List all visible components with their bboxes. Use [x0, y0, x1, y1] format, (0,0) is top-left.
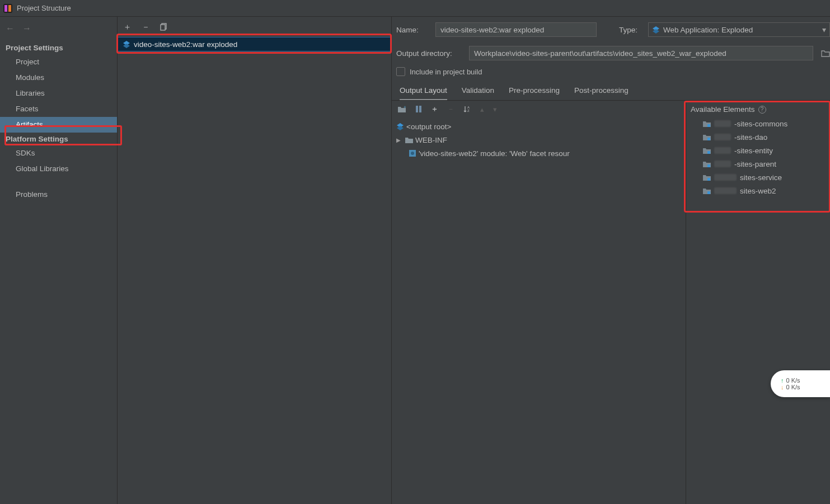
netspeed-down: 0 K/s: [781, 384, 830, 390]
available-item-label: -sites-dao: [734, 133, 767, 142]
app-icon: [3, 4, 12, 13]
available-item[interactable]: -sites-entity: [690, 144, 827, 157]
window-title: Project Structure: [17, 4, 71, 12]
tree-root[interactable]: <output root>: [394, 120, 683, 133]
up-icon: ▴: [480, 105, 484, 114]
copy-icon[interactable]: [160, 23, 168, 31]
available-item-label: sites-service: [740, 173, 782, 182]
output-tree[interactable]: <output root> ▶ WEB-INF ': [392, 117, 686, 162]
sidebar-item-artifacts[interactable]: Artifacts: [0, 117, 117, 133]
facet-icon: [409, 149, 416, 157]
tab-output-layout[interactable]: Output Layout: [400, 83, 447, 100]
layout-toolbar: + ＋ － AZ ▴ ▾: [392, 101, 686, 117]
nav-forward-icon[interactable]: →: [22, 23, 31, 34]
type-value: Web Application: Exploded: [663, 26, 753, 34]
svg-rect-21: [707, 164, 710, 167]
section-project-settings: Project Settings: [0, 41, 117, 54]
available-item-label: -sites-parent: [734, 160, 776, 168]
name-label: Name:: [396, 26, 430, 34]
obscured-text: [714, 161, 731, 167]
sidebar-item-libraries[interactable]: Libraries: [0, 86, 117, 101]
section-platform-settings: Platform Settings: [0, 133, 117, 145]
tree-facet-resource[interactable]: 'video-sites-web2' module: 'Web' facet r…: [394, 147, 683, 160]
module-icon: [703, 134, 711, 140]
help-icon[interactable]: ?: [758, 106, 766, 114]
sidebar-item-facets[interactable]: Facets: [0, 101, 117, 117]
available-item[interactable]: sites-web2: [690, 184, 827, 197]
available-item-label: sites-web2: [740, 187, 776, 195]
module-icon: [703, 147, 711, 154]
svg-text:Z: Z: [467, 109, 470, 112]
svg-rect-1: [4, 5, 7, 12]
new-archive-icon[interactable]: [415, 105, 422, 113]
svg-text:+: +: [404, 105, 406, 110]
tree-facet-label: 'video-sites-web2' module: 'Web' facet r…: [419, 149, 570, 158]
available-elements-panel: Available Elements ? -sites-commons -sit…: [686, 101, 830, 504]
type-label: Type:: [619, 26, 643, 34]
editor-column: Name: Type: Web Application: Exploded ▾ …: [392, 17, 830, 504]
new-folder-icon[interactable]: +: [397, 105, 406, 113]
include-build-label: Include in project build: [410, 68, 482, 76]
artifact-label: video-sites-web2:war exploded: [134, 40, 237, 49]
tree-webinf[interactable]: ▶ WEB-INF: [394, 133, 683, 147]
tab-validation[interactable]: Validation: [462, 83, 494, 100]
type-select[interactable]: Web Application: Exploded ▾: [648, 22, 830, 37]
netspeed-up: 0 K/s: [781, 377, 830, 384]
chevron-down-icon: ▾: [822, 25, 826, 34]
available-item-label: -sites-commons: [734, 120, 787, 128]
svg-marker-6: [123, 44, 130, 48]
svg-rect-23: [707, 191, 710, 194]
browse-icon[interactable]: [821, 49, 830, 57]
svg-rect-2: [8, 5, 11, 12]
module-icon: [703, 120, 711, 127]
remove-item-icon: －: [447, 104, 454, 114]
sidebar-item-sdks[interactable]: SDKs: [0, 145, 117, 161]
nav-back-icon[interactable]: ←: [6, 23, 15, 34]
module-icon: [703, 187, 711, 194]
available-item-label: -sites-entity: [734, 147, 773, 155]
sidebar-item-global-libraries[interactable]: Global Libraries: [0, 161, 117, 177]
svg-rect-19: [707, 138, 710, 140]
sort-icon[interactable]: AZ: [463, 105, 471, 113]
add-copy-icon[interactable]: ＋: [431, 104, 438, 114]
svg-rect-4: [161, 25, 165, 30]
netspeed-widget: 0 K/s 0 K/s: [771, 370, 830, 397]
outdir-input[interactable]: [469, 46, 813, 60]
svg-marker-8: [653, 29, 659, 34]
tree-root-label: <output root>: [406, 123, 451, 131]
artifact-type-icon: [652, 26, 660, 34]
titlebar: Project Structure: [0, 0, 830, 17]
outdir-label: Output directory:: [396, 49, 463, 58]
available-item[interactable]: -sites-parent: [690, 157, 827, 171]
artifact-column: ＋ － video-sites-web2:war exploded: [118, 17, 392, 504]
expand-icon[interactable]: ▶: [396, 137, 403, 143]
svg-rect-20: [707, 151, 710, 154]
obscured-text: [714, 174, 737, 181]
tab-pre-processing[interactable]: Pre-processing: [509, 83, 560, 100]
name-input[interactable]: [435, 22, 597, 37]
artifact-row[interactable]: video-sites-web2:war exploded: [118, 37, 391, 51]
artifact-toolbar: ＋ －: [118, 17, 391, 37]
obscured-text: [714, 147, 731, 154]
svg-marker-15: [397, 126, 404, 130]
artifact-icon: [396, 123, 404, 130]
remove-icon[interactable]: －: [142, 22, 150, 32]
obscured-text: [714, 120, 731, 127]
include-build-checkbox[interactable]: [396, 67, 405, 76]
folder-icon: [405, 136, 413, 143]
available-item[interactable]: -sites-commons: [690, 117, 827, 130]
sidebar-item-project[interactable]: Project: [0, 54, 117, 70]
tab-post-processing[interactable]: Post-processing: [574, 83, 629, 100]
available-item[interactable]: sites-service: [690, 171, 827, 184]
obscured-text: [714, 187, 737, 194]
module-icon: [703, 174, 711, 181]
artifact-icon: [123, 40, 130, 48]
tree-webinf-label: WEB-INF: [415, 136, 447, 144]
add-icon[interactable]: ＋: [123, 22, 132, 32]
available-item[interactable]: -sites-dao: [690, 130, 827, 144]
svg-rect-22: [707, 178, 710, 181]
sidebar: ← → Project Settings Project Modules Lib…: [0, 17, 118, 504]
sidebar-item-modules[interactable]: Modules: [0, 70, 117, 86]
svg-rect-18: [707, 124, 710, 127]
sidebar-item-problems[interactable]: Problems: [0, 187, 117, 202]
